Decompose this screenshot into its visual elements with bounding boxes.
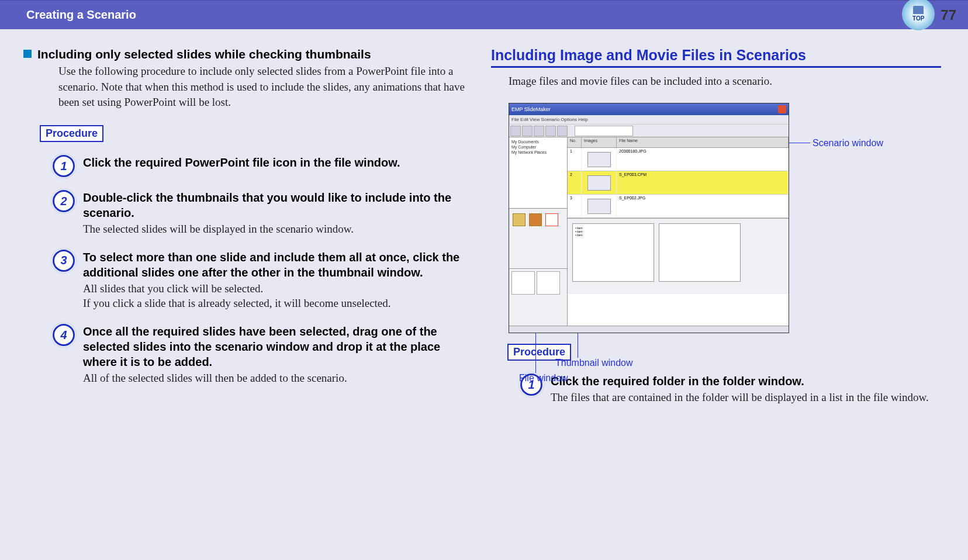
ss-file-window: [509, 209, 567, 269]
thumbnail-icon: [537, 271, 560, 295]
step-number-badge: 3: [53, 250, 75, 272]
row-num: 1: [568, 148, 582, 171]
callout-scenario-window: Scenario window: [813, 138, 883, 148]
thumbnail-icon: [587, 199, 611, 214]
thumbnail-icon: [511, 271, 535, 295]
ss-thumbnail-window: [509, 269, 567, 326]
app-screenshot: EMP SlideMaker File Edit View Scenario O…: [509, 103, 789, 333]
top-icon-label: TOP: [912, 15, 924, 22]
content: Including only selected slides while che…: [0, 29, 968, 435]
close-icon: [778, 105, 786, 113]
step-2-desc: The selected slides will be displayed in…: [83, 222, 473, 237]
col-header: File Name: [617, 137, 789, 147]
left-intro: Use the following procedure to include o…: [58, 64, 473, 110]
preview-thumb: [659, 223, 741, 282]
right-step-1-desc: The files that are contained in the fold…: [551, 390, 941, 405]
ss-window-title: EMP SlideMaker: [511, 103, 551, 115]
right-heading: Including Image and Movie Files in Scena…: [491, 47, 941, 64]
section-marker-icon: [23, 50, 32, 58]
toolbar-icon: [522, 126, 533, 136]
row-filename: 20300180.JPG: [617, 148, 789, 171]
toolbar-dropdown: [575, 126, 633, 136]
right-step-1-title: Click the required folder in the folder …: [551, 374, 941, 389]
step-4-title: Once all the required slides have been s…: [83, 324, 473, 369]
ss-scenario-window: No. Images File Name 1 20300180.JPG 2: [568, 137, 789, 326]
step-4-desc: All of the selected slides will then be …: [83, 371, 473, 386]
ss-left-pane: My Documents My Computer My Network Plac…: [509, 137, 568, 326]
header-title: Creating a Scenario: [26, 8, 136, 22]
step-3: 3 To select more than one slide and incl…: [53, 250, 473, 311]
toolbar-icon: [557, 126, 568, 136]
section-heading-left-text: Including only selected slides while che…: [37, 47, 371, 61]
diagram: Folder window Scenario window Thumbnail …: [509, 103, 941, 333]
ss-titlebar: EMP SlideMaker: [509, 103, 789, 115]
folder-icon: [529, 213, 542, 226]
folder-item: My Documents: [511, 140, 565, 144]
step-2-title: Double-click the thumbnails that you wou…: [83, 190, 473, 220]
step-3-desc: All slides that you click will be select…: [83, 281, 473, 311]
folder-item: My Network Places: [511, 150, 565, 154]
ss-body: My Documents My Computer My Network Plac…: [509, 137, 789, 326]
left-column: Including only selected slides while che…: [23, 47, 473, 418]
section-heading-left: Including only selected slides while che…: [23, 47, 473, 61]
ss-preview-pane: • item• item• item: [568, 218, 789, 294]
row-num: 2: [568, 171, 582, 194]
procedure-label-left: Procedure: [40, 125, 103, 142]
ss-menubar: File Edit View Scenario Options Help: [509, 115, 789, 125]
callout-thumbnail-window: Thumbnail window: [555, 358, 633, 368]
scenario-row: 3 S_EP002.JPG: [568, 195, 789, 218]
ss-statusbar: [509, 326, 789, 333]
step-1: 1 Click the required PowerPoint file ico…: [53, 155, 473, 177]
right-heading-rule: [491, 66, 941, 68]
scenario-row: 1 20300180.JPG: [568, 148, 789, 171]
right-intro: Image files and movie files can be inclu…: [509, 75, 941, 88]
step-number-badge: 1: [53, 155, 75, 177]
step-number-badge: 4: [53, 324, 75, 346]
toolbar-icon: [534, 126, 544, 136]
folder-item: My Computer: [511, 145, 565, 149]
row-filename: S_EP002.JPG: [617, 195, 789, 217]
top-icon[interactable]: TOP: [902, 0, 935, 30]
preview-thumb: • item• item• item: [572, 223, 654, 282]
toolbar-icon: [545, 126, 556, 136]
toolbar-icon: [510, 126, 521, 136]
file-icon: [545, 213, 558, 226]
step-2: 2 Double-click the thumbnails that you w…: [53, 190, 473, 237]
col-header: Images: [582, 137, 617, 147]
page-number: 77: [941, 7, 956, 23]
scenario-row-highlighted: 2 S_EP003.CPM: [568, 171, 789, 195]
step-3-title: To select more than one slide and includ…: [83, 250, 473, 280]
step-4: 4 Once all the required slides have been…: [53, 324, 473, 386]
step-number-badge: 2: [53, 190, 75, 212]
header-right: TOP 77: [902, 0, 968, 32]
thumbnail-icon: [587, 175, 611, 191]
step-1-title: Click the required PowerPoint file icon …: [83, 155, 473, 170]
row-num: 3: [568, 195, 582, 217]
callout-file-window: File window: [519, 373, 568, 383]
folder-icon: [513, 213, 526, 226]
ss-folder-window: My Documents My Computer My Network Plac…: [509, 137, 567, 209]
page-header: Creating a Scenario TOP 77: [0, 0, 968, 29]
ss-toolbar: [509, 125, 789, 137]
right-column: Including Image and Movie Files in Scena…: [491, 47, 941, 418]
thumbnail-icon: [587, 152, 611, 167]
row-filename: S_EP003.CPM: [617, 171, 789, 194]
scenario-header-row: No. Images File Name: [568, 137, 789, 148]
right-step-1: 1 Click the required folder in the folde…: [520, 374, 941, 405]
col-header: No.: [568, 137, 582, 147]
